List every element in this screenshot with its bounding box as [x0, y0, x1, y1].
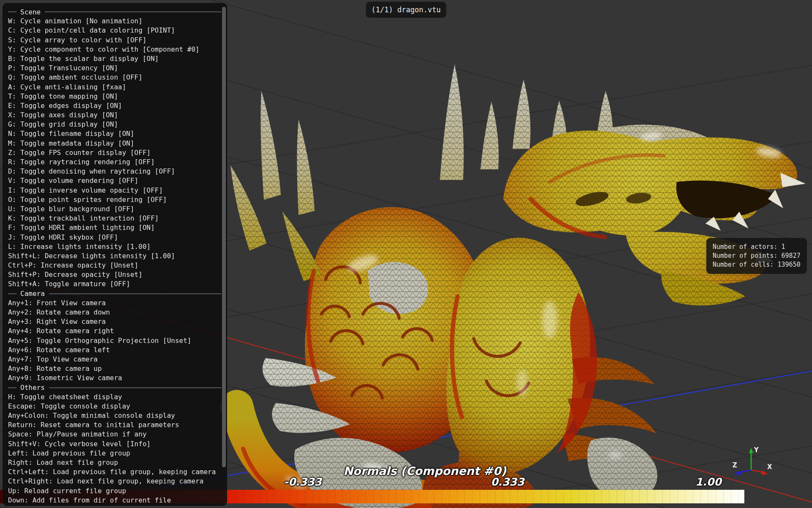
cheatsheet-line: Any+8: Rotate camera up	[8, 364, 227, 373]
metadata-line: Number of actors: 1	[713, 243, 801, 251]
gizmo-x-label: X	[767, 463, 772, 471]
metadata-line: Number of points: 69827	[713, 251, 801, 260]
cheatsheet-line: Q: Toggle ambient occlusion [OFF]	[8, 73, 227, 82]
cheatsheet-line: X: Toggle axes display [ON]	[8, 110, 227, 120]
cheatsheet-line: U: Toggle blur background [OFF]	[8, 204, 227, 214]
cheatsheet-line: Any+4: Rotate camera right	[8, 326, 227, 336]
scalar-bar-tick-mid: 0.333	[491, 476, 524, 488]
cheatsheet-line: A: Cycle anti-aliasing [fxaa]	[8, 83, 227, 92]
cheatsheet-line: B: Toggle the scalar bar display [ON]	[8, 54, 227, 64]
metadata-line: Number of cells: 139650	[713, 260, 801, 269]
cheatsheet-line: Ctrl+P: Increase opacity [Unset]	[8, 261, 227, 270]
cheatsheet-line: Any+7: Top View camera	[8, 355, 227, 364]
cheatsheet-line: Shift+V: Cycle verbose level [Info]	[8, 439, 227, 449]
cheatsheet-line: Any+2: Rotate camera down	[8, 308, 227, 317]
filename-badge: (1/1) dragon.vtu	[366, 2, 446, 18]
cheatsheet-line: W: Cycle animation [No animation]	[8, 17, 227, 26]
header-dash-icon	[8, 293, 16, 294]
cheatsheet-line: F: Toggle HDRI ambient lighting [ON]	[8, 223, 227, 232]
header-dash-icon	[8, 11, 16, 12]
cheatsheet-content: SceneW: Cycle animation [No animation]C:…	[8, 7, 227, 505]
cheatsheet-line: Right: Load next file group	[8, 458, 227, 467]
cheatsheet-line: Any+3: Right View camera	[8, 317, 227, 326]
cheatsheet-line: Up: Reload current file group	[8, 486, 227, 496]
console-scrollbar-thumb[interactable]	[222, 7, 226, 467]
cheatsheet-line: Any+9: Isometric View camera	[8, 373, 227, 383]
gizmo-y-label: Y	[754, 446, 759, 454]
cheatsheet-line: Shift+P: Decrease opacity [Unset]	[8, 270, 227, 279]
cheatsheet-line: D: Toggle denoising when raytracing [OFF…	[8, 167, 227, 176]
cheatsheet-line: R: Toggle raytracing rendering [OFF]	[8, 157, 227, 167]
cheatsheet-line: E: Toggle edges display [ON]	[8, 101, 227, 110]
cheatsheet-line: C: Cycle point/cell data coloring [POINT…	[8, 26, 227, 35]
cheatsheet-line: Any+1: Front View camera	[8, 298, 227, 308]
cheatsheet-line: H: Toggle cheatsheet display	[8, 392, 227, 402]
header-dash-icon	[8, 387, 16, 388]
scalar-bar-tick-min: -0.333	[284, 476, 321, 488]
cheatsheet-line: T: Toggle tone mapping [ON]	[8, 92, 227, 101]
metadata-box: Number of actors: 1Number of points: 698…	[706, 238, 807, 274]
scalar-bar-tick-max: 1.00	[695, 476, 721, 488]
header-rule	[49, 293, 221, 294]
console-cheatsheet-panel: SceneW: Cycle animation [No animation]C:…	[3, 3, 227, 506]
cheatsheet-line: L: Increase lights intensity [1.00]	[8, 242, 227, 251]
header-rule	[49, 387, 221, 388]
cheatsheet-line: Left: Load previous file group	[8, 449, 227, 458]
cheatsheet-line: Space: Play/Pause animation if any	[8, 430, 227, 439]
scalar-bar-title: Normals (Component #0)	[343, 464, 470, 478]
cheatsheet-line: O: Toggle point sprites rendering [OFF]	[8, 195, 227, 204]
axes-gizmo: Y X Z	[730, 443, 774, 482]
cheatsheet-line: Z: Toggle FPS counter display [OFF]	[8, 148, 227, 157]
cheatsheet-line: V: Toggle volume rendering [OFF]	[8, 176, 227, 185]
section-title: Others	[20, 384, 45, 392]
cheatsheet-line: Ctrl+Left: Load previous file group, kee…	[8, 467, 227, 477]
cheatsheet-line: Shift+A: Toggle armature [OFF]	[8, 279, 227, 289]
cheatsheet-line: Any+6: Rotate camera left	[8, 345, 227, 355]
cheatsheet-line: Ctrl+Right: Load next file group, keepin…	[8, 477, 227, 486]
cheatsheet-line: Return: Reset camera to initial paramete…	[8, 420, 227, 430]
cheatsheet-line: I: Toggle inverse volume opacity [OFF]	[8, 186, 227, 195]
cheatsheet-line: S: Cycle array to color with [OFF]	[8, 36, 227, 45]
cheatsheet-line: Escape: Toggle console display	[8, 402, 227, 411]
cheatsheet-line: Any+Colon: Toggle minimal console displa…	[8, 411, 227, 420]
cheatsheet-line: M: Toggle metadata display [ON]	[8, 139, 227, 148]
cheatsheet-section-header: Scene	[8, 7, 227, 17]
cheatsheet-section-header: Others	[8, 383, 227, 392]
cheatsheet-line: Shift+L: Decrease lights intensity [1.00…	[8, 251, 227, 261]
header-rule	[45, 11, 221, 12]
cheatsheet-line: J: Toggle HDRI skybox [OFF]	[8, 233, 227, 242]
cheatsheet-line: K: Toggle trackball interaction [OFF]	[8, 214, 227, 223]
section-title: Camera	[20, 290, 45, 298]
cheatsheet-line: P: Toggle Translucency [ON]	[8, 64, 227, 73]
gizmo-z-label: Z	[732, 461, 737, 469]
cheatsheet-line: G: Toggle grid display [ON]	[8, 120, 227, 129]
cheatsheet-line: Y: Cycle component to color with [Compon…	[8, 45, 227, 54]
section-title: Scene	[20, 8, 41, 16]
cheatsheet-line: Down: Add files from dir of current file	[8, 496, 227, 505]
cheatsheet-section-header: Camera	[8, 289, 227, 298]
cheatsheet-line: N: Toggle filename display [ON]	[8, 129, 227, 138]
cheatsheet-line: Any+5: Toggle Orthographic Projection [U…	[8, 336, 227, 345]
